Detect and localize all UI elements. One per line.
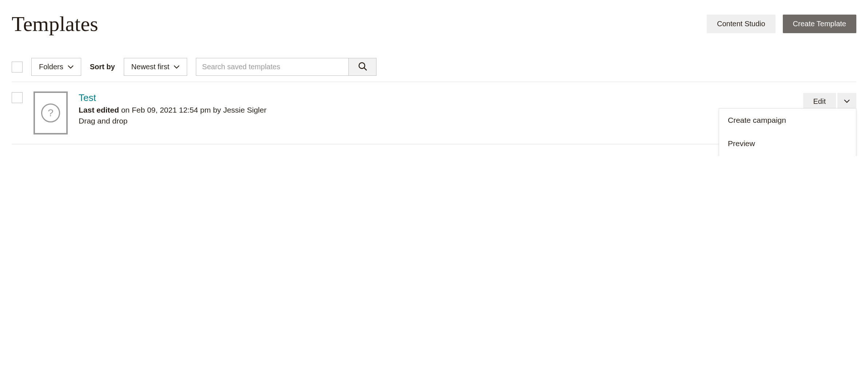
- last-edited-suffix: on Feb 09, 2021 12:54 pm by Jessie Sigle…: [119, 106, 267, 114]
- row-dropdown-toggle[interactable]: [837, 93, 856, 110]
- search-icon: [358, 62, 367, 72]
- dropdown-item-export-html[interactable]: Export as HTML: [719, 155, 856, 156]
- template-thumbnail: ?: [33, 91, 68, 134]
- chevron-down-icon: [174, 65, 179, 69]
- template-last-edited: Last edited on Feb 09, 2021 12:54 pm by …: [79, 106, 792, 114]
- search-container: [196, 58, 376, 76]
- last-edited-prefix: Last edited: [79, 106, 119, 114]
- dropdown-item-preview[interactable]: Preview: [719, 132, 856, 155]
- svg-line-1: [364, 68, 367, 70]
- template-row: ? Test Last edited on Feb 09, 2021 12:54…: [12, 82, 856, 144]
- dropdown-item-create-campaign[interactable]: Create campaign: [719, 109, 856, 132]
- row-actions: Edit: [803, 93, 856, 110]
- search-input[interactable]: [196, 58, 349, 76]
- row-checkbox[interactable]: [12, 92, 23, 103]
- sort-by-label: Sort by: [90, 63, 115, 71]
- template-name-link[interactable]: Test: [79, 92, 792, 103]
- search-button[interactable]: [349, 58, 376, 76]
- sort-dropdown[interactable]: Newest first: [124, 58, 187, 76]
- svg-point-0: [359, 63, 365, 69]
- sort-selected-label: Newest first: [131, 63, 169, 71]
- folders-label: Folders: [39, 63, 63, 71]
- select-all-checkbox[interactable]: [12, 62, 23, 73]
- header-actions: Content Studio Create Template: [707, 15, 856, 33]
- template-info: Test Last edited on Feb 09, 2021 12:54 p…: [79, 91, 792, 125]
- content-studio-button[interactable]: Content Studio: [707, 15, 775, 33]
- chevron-down-icon: [844, 99, 850, 104]
- edit-button[interactable]: Edit: [803, 93, 836, 110]
- page-header: Templates Content Studio Create Template: [12, 12, 856, 36]
- page-title: Templates: [12, 12, 98, 36]
- question-mark-icon: ?: [41, 103, 60, 122]
- chevron-down-icon: [68, 65, 74, 69]
- create-template-button[interactable]: Create Template: [783, 15, 856, 33]
- row-dropdown-menu: Create campaign Preview Export as HTML S…: [719, 108, 856, 156]
- toolbar: Folders Sort by Newest first: [12, 58, 856, 76]
- folders-dropdown[interactable]: Folders: [31, 58, 81, 76]
- template-type: Drag and drop: [79, 117, 792, 125]
